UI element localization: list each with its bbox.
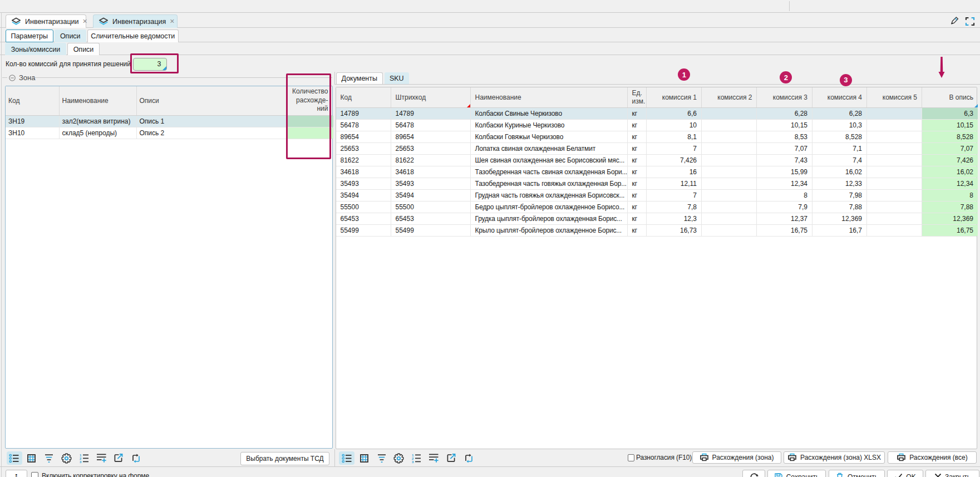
column-header[interactable]: Наименование (60, 86, 137, 115)
edit-pencil-icon[interactable] (949, 16, 959, 27)
table-cell: Тазобедренная часть свиная охлажденная Б… (471, 166, 628, 178)
right-panel-divider-top (334, 72, 335, 84)
reload-icon[interactable] (129, 451, 144, 465)
form-correction-checkbox[interactable] (31, 472, 38, 477)
collapse-minus-icon[interactable] (9, 75, 16, 81)
table-cell (287, 116, 333, 127)
tab-dokumenty[interactable]: Документы (336, 72, 383, 85)
table-cell: 12,369 (812, 213, 867, 224)
more-menu-button[interactable]: ⋮ (6, 470, 27, 477)
tab-slichitelnye-vedomosti[interactable]: Сличительные ведомости (87, 29, 179, 42)
export-icon[interactable] (444, 451, 459, 465)
table-row[interactable]: ЗН10склад5 (непроды)Опись 2 (6, 127, 332, 139)
filter-icon[interactable] (374, 451, 390, 465)
select-tsd-documents-button[interactable]: Выбрать документы ТСД (240, 452, 329, 465)
numbered-list-icon[interactable]: 1 2 3 (408, 451, 424, 465)
table-row[interactable]: 3549335493Тазобедренная часть говяжья ох… (336, 178, 977, 190)
column-header[interactable]: В опись (922, 87, 978, 107)
tab-zony-komissii[interactable]: Зоны/комиссии (5, 43, 66, 55)
commission-count-value: 3 (157, 60, 161, 68)
table-row[interactable]: 1478914789Колбаски Свиные Черкизовокг6,6… (336, 108, 977, 120)
table-cell: 35493 (336, 178, 391, 189)
table-cell: 12,369 (922, 213, 978, 224)
table-cell (702, 120, 757, 131)
save-button[interactable]: Сохранить (767, 470, 826, 477)
column-header[interactable]: комиссия 1 (647, 87, 702, 107)
table-cell: 81622 (391, 155, 471, 166)
raznoglasiya-checkbox[interactable] (628, 454, 635, 461)
column-header[interactable]: комиссия 2 (702, 87, 757, 107)
list-view-icon[interactable] (339, 451, 354, 465)
table-cell: 7 (647, 190, 702, 201)
printer-icon (897, 453, 906, 462)
right-tabs-divider (334, 84, 980, 85)
column-header[interactable]: комиссия 3 (757, 87, 812, 107)
table-cell: Колбаски Куриные Черкизово (471, 120, 628, 131)
column-header[interactable]: Описи (137, 86, 287, 115)
column-header[interactable]: Ед. изм. (628, 87, 647, 107)
column-header[interactable]: Наименование (471, 87, 628, 107)
table-row[interactable]: 3461834618Тазобедренная часть свиная охл… (336, 166, 977, 178)
close-tab-icon[interactable]: × (83, 17, 87, 25)
table-cell: 10 (647, 120, 702, 131)
refresh-button[interactable] (742, 470, 765, 477)
settings-gear-icon[interactable] (391, 451, 407, 465)
tab-inventarizaciya[interactable]: Инвентаризация× (93, 14, 178, 28)
grid-view-icon[interactable] (356, 451, 372, 465)
column-header-label: Наименование (475, 94, 623, 101)
close-button[interactable]: Закрыть (925, 470, 979, 477)
tab-inventarizacii[interactable]: Инвентаризации× (6, 14, 86, 28)
table-cell: Шея свиная охлажденная вес Борисовский м… (471, 155, 628, 166)
export-icon[interactable] (111, 451, 126, 465)
button-label: Отменить (848, 473, 878, 477)
column-header[interactable]: Количество расхожде- ний (287, 86, 333, 115)
grid-view-icon[interactable] (24, 451, 40, 465)
filter-icon[interactable] (41, 451, 57, 465)
column-header[interactable]: комиссия 5 (867, 87, 922, 107)
button-label: Расхождения (все) (909, 454, 967, 461)
commission-count-input[interactable]: 3 (133, 58, 167, 71)
zone-groupbox-header[interactable]: Зона (9, 73, 36, 82)
table-cell: Колбаски Свиные Черкизово (471, 108, 628, 119)
column-header[interactable]: Код (336, 87, 391, 107)
expand-icon[interactable] (965, 17, 975, 26)
raskhozhdeniya-vse-button[interactable]: Расхождения (все) (888, 451, 977, 464)
raskhozhdeniya-zona-button[interactable]: Расхождения (зона) (692, 451, 781, 464)
list-view-icon[interactable] (7, 451, 22, 465)
column-header-label: Код (8, 97, 56, 105)
zone-table: КодНаименованиеОписиКоличество расхожде-… (5, 86, 333, 449)
table-row[interactable]: 5550055500Бедро цыплят-бройлеров охлажде… (336, 201, 977, 213)
column-header[interactable]: Штрихкод (391, 87, 471, 107)
ok-button[interactable]: OK (887, 470, 923, 477)
table-row[interactable]: ЗН19зал2(мясная витрина)Опись 1 (6, 116, 332, 127)
add-rows-icon[interactable] (426, 451, 442, 465)
table-row[interactable]: 8162281622Шея свиная охлажденная вес Бор… (336, 155, 977, 166)
table-row[interactable]: 3549435494Грудная часть говяжья охлажден… (336, 190, 977, 201)
table-row[interactable]: 2565325653Лопатка свиная охлажденная Бел… (336, 143, 977, 155)
add-rows-icon[interactable] (93, 451, 109, 465)
table-row[interactable]: 5647856478Колбаски Куриные Черкизовокг10… (336, 120, 977, 131)
tab-sku[interactable]: SKU (385, 72, 409, 85)
table-cell (702, 213, 757, 224)
table-row[interactable]: 6545365453Грудка цыплят-бройлеров охлажд… (336, 213, 977, 225)
table-cell (702, 166, 757, 178)
tab-parametry[interactable]: Параметры (6, 29, 53, 42)
close-tab-icon[interactable]: × (170, 17, 174, 25)
table-cell: 35493 (391, 178, 471, 189)
cancel-button[interactable]: Отменить (829, 470, 885, 477)
numbered-list-icon[interactable]: 1 2 3 (76, 451, 92, 465)
settings-gear-icon[interactable] (58, 451, 74, 465)
raskhozhdeniya-zona-xlsx-button[interactable]: Расхождения (зона) XLSX (784, 451, 885, 464)
column-header[interactable]: Код (6, 86, 60, 115)
column-header-label: комиссия 1 (651, 94, 697, 101)
reload-icon[interactable] (461, 451, 476, 465)
groupbox-border (33, 77, 332, 78)
table-row[interactable]: 5549955499Крыло цыплят-бройлеров охлажде… (336, 225, 977, 237)
table-cell: кг (628, 166, 647, 178)
table-row[interactable]: 8965489654Колбаски Говяжьи Черкизовокг8,… (336, 131, 977, 143)
tab-opisi-2[interactable]: Описи (67, 43, 100, 55)
table-cell: 7 (647, 143, 702, 154)
tab-opisi[interactable]: Описи (55, 29, 87, 42)
table-cell: кг (628, 131, 647, 142)
column-header[interactable]: комиссия 4 (812, 87, 867, 107)
